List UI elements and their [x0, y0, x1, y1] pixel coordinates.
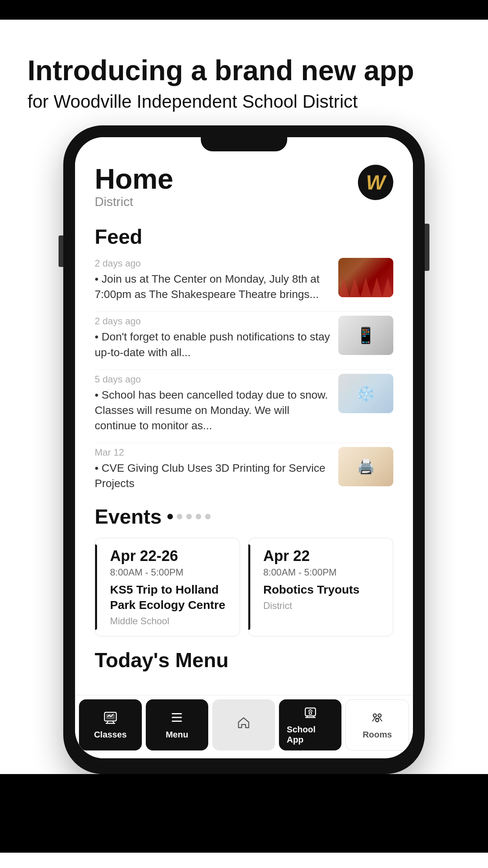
- school-logo[interactable]: W: [358, 165, 393, 200]
- feed-list: 2 days ago • Join us at The Center on Mo…: [95, 258, 393, 501]
- top-status-bar: [0, 0, 488, 20]
- dot-inactive: [196, 514, 201, 519]
- menu-section-title: Today's Menu: [95, 648, 393, 672]
- home-title-block: Home District: [95, 165, 173, 209]
- schoolapp-label: School App: [287, 725, 334, 745]
- svg-point-9: [373, 714, 376, 717]
- event-card[interactable]: Apr 22 8:00AM - 5:00PM Robotics Tryouts …: [248, 538, 393, 636]
- phone-mockup: Home District W Feed 2 days ago • Join u…: [63, 125, 425, 774]
- page-subtitle: for Woodville Independent School Distric…: [28, 90, 460, 114]
- classes-icon: [103, 710, 118, 727]
- volume-button: [59, 235, 63, 267]
- feed-text-block: 2 days ago • Don't forget to enable push…: [95, 316, 330, 360]
- menu-label: Menu: [166, 730, 188, 740]
- feed-item[interactable]: 2 days ago • Don't forget to enable push…: [95, 316, 393, 370]
- logo-letter: W: [366, 171, 385, 194]
- theater-image: [338, 258, 393, 297]
- event-date: Apr 22: [257, 548, 384, 565]
- printing-image: [338, 447, 393, 486]
- classes-label: Classes: [94, 730, 127, 740]
- svg-rect-3: [172, 713, 182, 714]
- event-card[interactable]: Apr 22-26 8:00AM - 5:00PM KS5 Trip to Ho…: [95, 538, 240, 636]
- events-header: Events: [95, 505, 393, 528]
- nav-item-menu[interactable]: Menu: [146, 699, 209, 750]
- svg-rect-5: [172, 721, 182, 722]
- feed-text-block: 5 days ago • School has been cancelled t…: [95, 374, 330, 434]
- event-name: KS5 Trip to Holland Park Ecology Centre: [104, 582, 231, 612]
- rooms-icon: [370, 710, 385, 727]
- event-time: 8:00AM - 5:00PM: [257, 567, 384, 578]
- bottom-nav: Classes Menu: [75, 695, 413, 758]
- phone-image: [338, 316, 393, 355]
- feed-image: [338, 316, 393, 355]
- dot-inactive: [177, 514, 182, 519]
- nav-item-rooms[interactable]: Rooms: [345, 699, 409, 750]
- app-header: Home District W: [95, 165, 393, 209]
- menu-icon: [169, 710, 184, 727]
- feed-item[interactable]: 2 days ago • Join us at The Center on Mo…: [95, 258, 393, 312]
- events-section-title: Events: [95, 505, 162, 528]
- schoolapp-icon: [303, 705, 318, 722]
- feed-item[interactable]: Mar 12 • CVE Giving Club Uses 3D Printin…: [95, 447, 393, 500]
- event-date: Apr 22-26: [104, 548, 231, 565]
- menu-section: Today's Menu: [95, 648, 393, 672]
- svg-point-11: [376, 719, 379, 722]
- dot-inactive: [205, 514, 211, 519]
- feed-description: • Join us at The Center on Monday, July …: [95, 271, 330, 302]
- page-title: Introducing a brand new app: [28, 55, 460, 86]
- nav-item-schoolapp[interactable]: School App: [279, 699, 342, 750]
- home-title: Home: [95, 165, 173, 193]
- feed-description: • CVE Giving Club Uses 3D Printing for S…: [95, 460, 330, 491]
- bottom-bar: [0, 774, 488, 853]
- feed-meta: 5 days ago: [95, 374, 330, 385]
- svg-rect-8: [309, 712, 312, 714]
- power-button: [425, 224, 429, 271]
- event-location: Middle School: [104, 616, 231, 627]
- events-dots: [167, 514, 211, 519]
- phone-screen: Home District W Feed 2 days ago • Join u…: [75, 137, 413, 758]
- feed-description: • Don't forget to enable push notificati…: [95, 329, 330, 360]
- page-header: Introducing a brand new app for Woodvill…: [0, 55, 488, 114]
- event-accent: [248, 544, 250, 630]
- event-location: District: [257, 600, 384, 611]
- screen-content: Home District W Feed 2 days ago • Join u…: [75, 137, 413, 695]
- home-subtitle: District: [95, 195, 173, 209]
- event-name: Robotics Tryouts: [257, 582, 384, 597]
- feed-text-block: Mar 12 • CVE Giving Club Uses 3D Printin…: [95, 447, 330, 491]
- feed-description: • School has been cancelled today due to…: [95, 387, 330, 434]
- snow-image: [338, 374, 393, 413]
- feed-meta: 2 days ago: [95, 316, 330, 327]
- feed-section-title: Feed: [95, 225, 393, 248]
- dot-active: [167, 514, 173, 519]
- svg-point-10: [378, 714, 381, 717]
- feed-image: [338, 447, 393, 486]
- dot-inactive: [186, 514, 192, 519]
- nav-item-home[interactable]: [212, 699, 275, 750]
- event-accent: [95, 544, 97, 630]
- phone-notch: [201, 137, 287, 151]
- rooms-label: Rooms: [363, 730, 392, 740]
- feed-meta: Mar 12: [95, 447, 330, 458]
- feed-image: [338, 258, 393, 297]
- feed-image: [338, 374, 393, 413]
- feed-item[interactable]: 5 days ago • School has been cancelled t…: [95, 374, 393, 443]
- feed-meta: 2 days ago: [95, 258, 330, 269]
- event-time: 8:00AM - 5:00PM: [104, 567, 231, 578]
- home-icon: [236, 715, 251, 732]
- feed-text-block: 2 days ago • Join us at The Center on Mo…: [95, 258, 330, 302]
- nav-item-classes[interactable]: Classes: [79, 699, 142, 750]
- events-row: Apr 22-26 8:00AM - 5:00PM KS5 Trip to Ho…: [95, 538, 393, 636]
- svg-rect-4: [172, 717, 182, 718]
